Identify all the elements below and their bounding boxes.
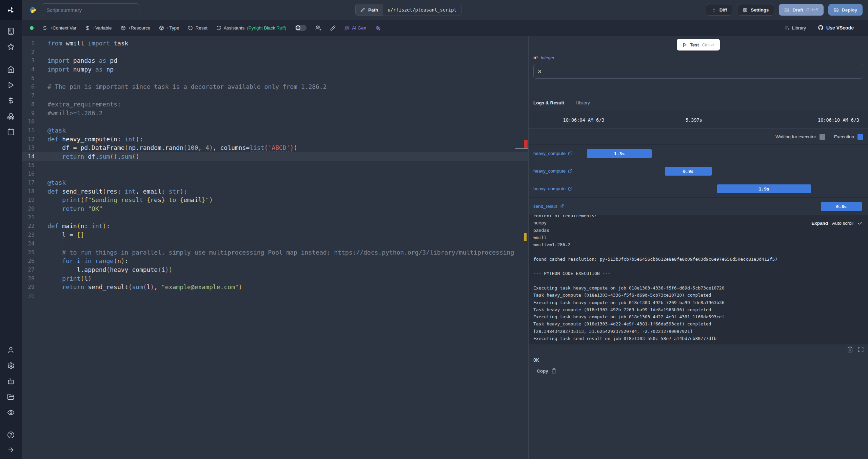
log-output: content of requirements: numpy pandas wm… (529, 215, 868, 342)
code-line[interactable]: 23 l = [] (22, 231, 528, 239)
code-line[interactable]: 28 print(l) (22, 274, 528, 283)
code-line[interactable]: 7 (22, 91, 528, 100)
code-line[interactable]: 1from wmill import task (22, 39, 528, 48)
task-link[interactable]: heavy_compute (533, 168, 572, 174)
code-line[interactable]: 30 (22, 292, 528, 300)
code-line[interactable]: 11@task (22, 126, 528, 135)
code-line[interactable]: 22def main(n: int): (22, 222, 528, 231)
code-line[interactable]: 9#wmill>=1.286.2 (22, 109, 528, 118)
code-line[interactable]: 12def heavy_compute(n: int): (22, 135, 528, 144)
building-icon[interactable] (7, 27, 15, 35)
package-icon (121, 25, 126, 31)
code-line[interactable]: 3import pandas as pd (22, 56, 528, 65)
script-path-button[interactable]: Path u/rfiszel/pleasant_script (355, 4, 461, 16)
code-line[interactable]: 25 # to run things in parallel, simply u… (22, 248, 528, 257)
timeline-legend: Waiting for executor Execution (529, 129, 868, 144)
code-line[interactable]: 8#extra_requirements: (22, 100, 528, 109)
execution-bar[interactable]: 0.8s (821, 202, 862, 211)
code-line[interactable]: 6# The pin is important since task is a … (22, 82, 528, 91)
arg-n-input[interactable] (533, 64, 863, 79)
code-line[interactable]: 16 (22, 169, 528, 178)
calendar-icon[interactable] (7, 128, 15, 136)
sidebar-main-group (0, 58, 22, 143)
execution-bar[interactable]: 1.3s (587, 149, 652, 158)
execution-bar[interactable]: 1.9s (717, 184, 811, 193)
task-link[interactable]: heavy_compute (533, 151, 572, 156)
code-line[interactable]: 19 print(f"Sending result {res} to {emai… (22, 196, 528, 204)
tab-logs-result[interactable]: Logs & Result (533, 100, 564, 111)
add-context-var-button[interactable]: +Context Var (42, 25, 76, 31)
dollar-icon[interactable] (7, 97, 15, 104)
arrow-right-icon[interactable] (7, 446, 15, 454)
assistants-button[interactable]: Assistants (Pyright Black Ruff) (216, 25, 287, 31)
rotate-cw-icon (216, 25, 221, 31)
diff-button[interactable]: Diff (706, 4, 733, 16)
star-icon[interactable] (7, 43, 15, 51)
scrollbar-thumb-edge[interactable] (515, 148, 528, 149)
save-icon (784, 7, 789, 13)
code-line[interactable]: 5 (22, 74, 528, 83)
code-line[interactable]: 2 (22, 48, 528, 57)
code-editor[interactable]: 1from wmill import task23import pandas a… (22, 36, 528, 459)
diff-icon (711, 7, 716, 13)
code-line[interactable]: 18def send_result(res: int, email: str): (22, 187, 528, 196)
expand-result-icon[interactable] (858, 346, 864, 353)
deploy-button[interactable]: Deploy (828, 4, 863, 16)
reset-button[interactable]: Reset (188, 25, 207, 31)
settings-button[interactable]: Settings (737, 4, 774, 16)
execution-bar[interactable]: 0.9s (665, 167, 711, 176)
arg-name: n (533, 55, 536, 60)
code-line[interactable]: 20 return "OK" (22, 204, 528, 213)
folder-open-icon[interactable] (7, 393, 15, 401)
task-link[interactable]: heavy_compute (533, 186, 572, 191)
user-icon[interactable] (7, 346, 15, 354)
sparkles-icon[interactable] (375, 25, 381, 31)
logs-viewer[interactable]: content of requirements: numpy pandas wm… (529, 215, 868, 344)
code-line[interactable]: 15 (22, 161, 528, 170)
windmill-logo[interactable] (0, 0, 22, 20)
gear-icon (743, 7, 748, 13)
ai-gen-button[interactable]: AI Gen (344, 25, 366, 31)
autoscroll-toggle[interactable]: Auto scroll (832, 221, 853, 226)
gear-icon[interactable] (7, 362, 15, 370)
copy-result-button[interactable]: Copy (537, 368, 557, 374)
arg-type: integer (541, 55, 554, 60)
copy-logs-icon[interactable] (847, 346, 853, 353)
code-line[interactable]: 21 (22, 213, 528, 222)
boxes-icon[interactable] (7, 113, 15, 120)
add-type-button[interactable]: +Type (159, 25, 179, 31)
timeline-row: heavy_compute1.3s (529, 144, 868, 162)
code-line[interactable]: 26 for i in range(n): (22, 257, 528, 265)
multiplayer-users-icon[interactable] (315, 25, 321, 31)
draft-button[interactable]: Draft Ctrl+S (779, 4, 824, 16)
code-line[interactable]: 24 (22, 239, 528, 248)
add-resource-button[interactable]: +Resource (121, 25, 151, 31)
timeline-row: heavy_compute0.9s (529, 162, 868, 180)
test-button[interactable]: Test Ctrl+↵ (677, 39, 720, 51)
code-line[interactable]: 27 l.append(heavy_compute(i)) (22, 265, 528, 274)
script-summary-input[interactable] (42, 3, 139, 16)
code-line[interactable]: 29 return send_result(sum(l), "example@e… (22, 283, 528, 292)
home-icon[interactable] (7, 66, 15, 73)
code-line[interactable]: 10 (22, 117, 528, 126)
code-line[interactable]: 14 return df.sum().sum() (22, 152, 528, 161)
play-icon[interactable] (7, 81, 15, 89)
execution-swatch (857, 134, 863, 140)
add-variable-button[interactable]: +Variable (85, 25, 112, 31)
help-circle-icon[interactable] (7, 431, 15, 439)
path-label: Path (368, 7, 378, 13)
format-brush-icon[interactable] (330, 25, 336, 31)
use-vscode-button[interactable]: Use VScode (818, 25, 854, 31)
code-line[interactable]: 17@task (22, 178, 528, 187)
code-line[interactable]: 4import numpy as np (22, 65, 528, 74)
assistants-toggle[interactable] (295, 25, 307, 31)
clipboard-icon (551, 368, 557, 374)
bot-icon[interactable] (7, 378, 15, 385)
eye-icon[interactable] (7, 409, 15, 416)
library-button[interactable]: Library (784, 25, 806, 31)
pencil-icon (360, 7, 365, 12)
code-line[interactable]: 13 df = pd.DataFrame(np.random.randn(100… (22, 143, 528, 152)
task-link[interactable]: send_result (533, 204, 564, 209)
tab-history[interactable]: History (576, 100, 590, 111)
expand-logs-button[interactable]: Expand (811, 221, 828, 226)
